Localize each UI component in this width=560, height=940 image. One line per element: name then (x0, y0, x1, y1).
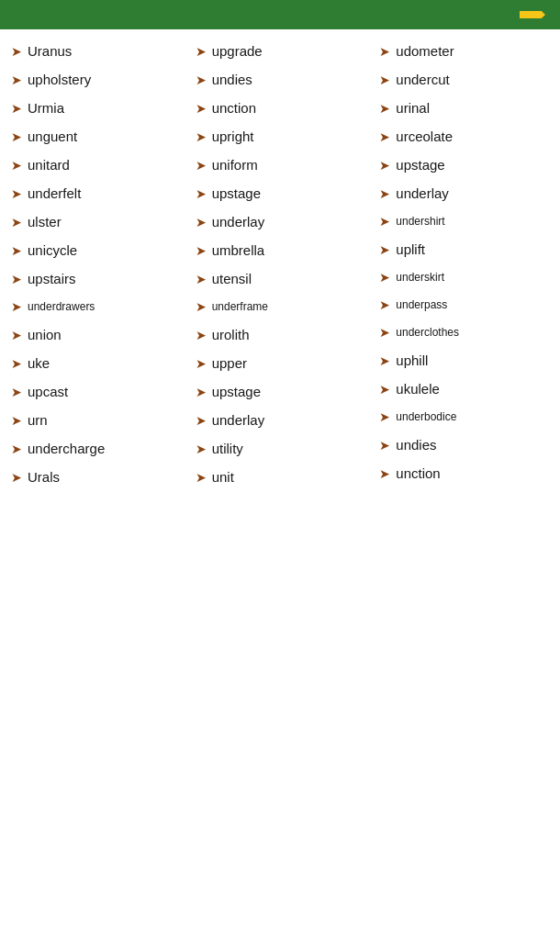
arrow-icon: ➤ (196, 186, 207, 201)
word-label: upholstery (28, 72, 91, 87)
arrow-icon: ➤ (196, 299, 207, 314)
list-item: ➤union (7, 320, 185, 349)
word-label: underlay (396, 185, 449, 201)
arrow-icon: ➤ (196, 328, 207, 342)
word-label: underfelt (28, 185, 81, 201)
list-item: ➤unicycle (7, 236, 185, 264)
arrow-icon: ➤ (11, 356, 22, 371)
word-label: upstage (212, 185, 261, 201)
arrow-icon: ➤ (11, 215, 22, 229)
arrow-icon: ➤ (11, 243, 22, 258)
word-label: umbrella (212, 242, 265, 258)
word-label: Urals (28, 469, 60, 485)
word-label: urolith (212, 327, 250, 342)
arrow-icon: ➤ (11, 129, 22, 144)
list-item: ➤ukulele (375, 375, 553, 403)
list-item: ➤upgrade (192, 37, 369, 65)
list-item: ➤uplift (375, 235, 553, 263)
arrow-icon: ➤ (196, 44, 207, 59)
list-item: ➤underfelt (7, 179, 185, 207)
list-item: ➤upstage (375, 151, 553, 179)
list-item: ➤upcast (7, 377, 185, 406)
header (0, 0, 560, 29)
arrow-icon: ➤ (379, 73, 390, 87)
word-label: utility (212, 441, 243, 456)
arrow-icon: ➤ (379, 466, 390, 481)
list-item: ➤Urmia (7, 94, 185, 122)
list-item: ➤underframe (192, 293, 369, 320)
arrow-icon: ➤ (379, 325, 390, 340)
list-item: ➤ulster (7, 207, 185, 236)
arrow-icon: ➤ (11, 299, 22, 314)
list-item: ➤underlay (375, 179, 553, 207)
word-label: Urmia (28, 100, 64, 116)
word-label: underclothes (396, 326, 459, 339)
list-item: ➤underdrawers (7, 293, 185, 320)
arrow-icon: ➤ (196, 385, 207, 399)
arrow-icon: ➤ (379, 270, 390, 285)
word-label: unguent (28, 129, 77, 144)
arrow-icon: ➤ (11, 470, 22, 485)
word-label: unit (212, 469, 234, 485)
list-item: ➤undies (192, 65, 369, 94)
list-item: ➤upstairs (7, 264, 185, 293)
word-label: urceolate (396, 129, 453, 144)
arrow-icon: ➤ (379, 353, 390, 368)
column-3: ➤udometer➤undercut➤urinal➤urceolate➤upst… (372, 37, 556, 491)
word-label: ukulele (396, 381, 440, 397)
list-item: ➤upright (192, 122, 369, 151)
arrow-icon: ➤ (11, 385, 22, 399)
list-item: ➤undercharge (7, 434, 185, 463)
word-label: undercharge (28, 441, 105, 456)
arrow-icon: ➤ (379, 44, 390, 59)
word-label: unction (212, 100, 256, 116)
list-item: ➤undershirt (375, 207, 553, 235)
arrow-icon: ➤ (11, 44, 22, 59)
word-label: uphill (396, 352, 428, 368)
word-label: upstage (396, 157, 444, 173)
word-label: underbodice (396, 410, 456, 423)
list-item: ➤underlay (192, 406, 369, 434)
word-label: upstairs (28, 271, 76, 286)
content-grid: ➤Uranus➤upholstery➤Urmia➤unguent➤unitard… (0, 29, 560, 498)
word-label: upgrade (212, 43, 263, 59)
arrow-icon: ➤ (11, 73, 22, 87)
list-item: ➤unction (375, 459, 553, 487)
word-label: uplift (396, 241, 425, 257)
word-label: urinal (396, 100, 430, 116)
word-label: union (28, 327, 62, 342)
word-label: underdrawers (28, 300, 95, 313)
arrow-icon: ➤ (379, 382, 390, 397)
arrow-icon: ➤ (11, 272, 22, 286)
arrow-icon: ➤ (11, 158, 22, 173)
word-label: upstage (212, 384, 261, 399)
arrow-icon: ➤ (196, 243, 207, 258)
list-item: ➤upstage (192, 377, 369, 406)
arrow-icon: ➤ (11, 442, 22, 456)
arrow-icon: ➤ (11, 413, 22, 428)
word-label: underpass (396, 298, 447, 311)
list-item: ➤unitard (7, 151, 185, 179)
list-item: ➤underbodice (375, 403, 553, 431)
word-label: urn (28, 412, 48, 428)
list-item: ➤urn (7, 406, 185, 434)
list-item: ➤Uranus (7, 37, 185, 65)
arrow-icon: ➤ (196, 73, 207, 87)
word-label: unitard (28, 157, 70, 173)
arrow-icon: ➤ (379, 129, 390, 144)
word-label: underskirt (396, 271, 444, 284)
page-wrapper: ➤Uranus➤upholstery➤Urmia➤unguent➤unitard… (0, 0, 560, 498)
column-2: ➤upgrade➤undies➤unction➤upright➤uniform➤… (188, 37, 373, 491)
word-label: utensil (212, 271, 252, 286)
list-item: ➤uke (7, 349, 185, 377)
list-item: ➤urinal (375, 94, 553, 122)
arrow-icon: ➤ (196, 158, 207, 173)
arrow-icon: ➤ (11, 186, 22, 201)
word-label: underframe (212, 300, 268, 313)
list-item: ➤upper (192, 349, 369, 377)
word-label: underlay (212, 412, 265, 428)
list-item: ➤urolith (192, 320, 369, 349)
word-label: unicycle (28, 242, 77, 258)
list-item: ➤udometer (375, 37, 553, 65)
list-item: ➤undercut (375, 65, 553, 94)
